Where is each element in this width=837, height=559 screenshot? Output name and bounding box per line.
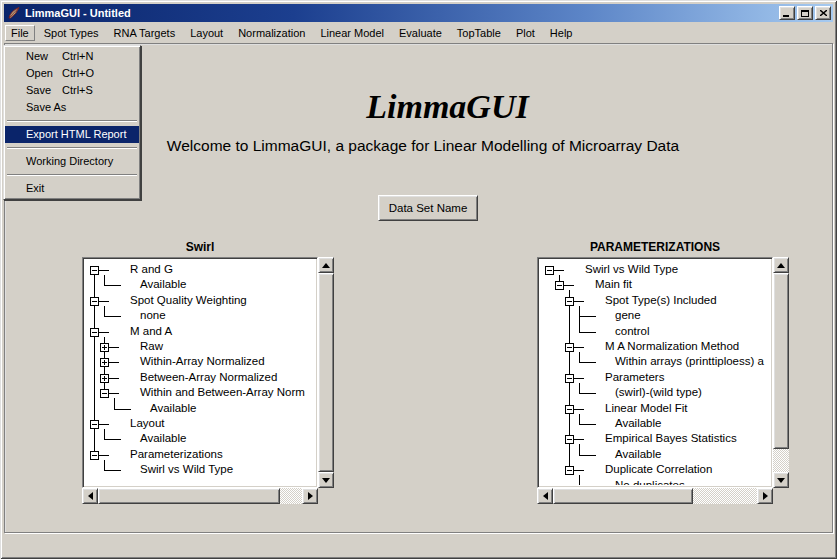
file-dropdown-menu: NewCtrl+NOpenCtrl+OSaveCtrl+SSave AsExpo… — [3, 45, 141, 200]
close-button[interactable] — [815, 6, 831, 20]
horizontal-scrollbar[interactable] — [537, 488, 773, 504]
tree-node-swirl-vs-wild-type[interactable]: Swirl vs Wild Type — [140, 462, 233, 477]
menu-help[interactable]: Help — [544, 25, 579, 41]
tree-connector-line — [105, 439, 121, 440]
menu-item-working-directory[interactable]: Working Directory — [5, 153, 139, 170]
tree-node-available[interactable]: Available — [140, 277, 186, 292]
tree-expand-box[interactable] — [100, 374, 109, 383]
tree-collapse-box[interactable] — [90, 297, 99, 306]
menu-evaluate[interactable]: Evaluate — [393, 25, 448, 41]
tree-node-within-arrays-printtiploess-a[interactable]: Within arrays (printtiploess) a — [615, 354, 764, 369]
tree-collapse-box[interactable] — [565, 435, 574, 444]
tree-node-m-and-a[interactable]: M and A — [130, 324, 172, 339]
tree-expand-box[interactable] — [100, 358, 109, 367]
scrollbar-track[interactable] — [553, 488, 757, 504]
arrow-right-icon — [308, 492, 317, 500]
scrollbar-track[interactable] — [318, 273, 334, 472]
tree-collapse-box[interactable] — [565, 405, 574, 414]
tree-node-layout[interactable]: Layout — [130, 416, 165, 431]
tree-collapse-box[interactable] — [565, 343, 574, 352]
tree-node-between-array-normalized[interactable]: Between-Array Normalized — [140, 370, 277, 385]
tree-node-parameterizations[interactable]: Parameterizations — [130, 447, 223, 462]
tree-collapse-box[interactable] — [565, 374, 574, 383]
menu-item-save[interactable]: SaveCtrl+S — [5, 82, 139, 99]
tree-collapse-box[interactable] — [90, 266, 99, 275]
scrollbar-track[interactable] — [98, 488, 302, 504]
tree-node-parameters[interactable]: Parameters — [605, 370, 664, 385]
tree-node-available[interactable]: Available — [615, 416, 661, 431]
dataset-tree-canvas[interactable]: R and GAvailableSpot Quality Weightingno… — [82, 257, 318, 488]
tree-node-empirical-bayes-statistics[interactable]: Empirical Bayes Statistics — [605, 431, 737, 446]
scrollbar-track[interactable] — [773, 273, 789, 472]
arrow-up-icon — [777, 259, 785, 268]
scroll-left-button[interactable] — [537, 488, 553, 504]
tree-node-r-and-g[interactable]: R and G — [130, 262, 173, 277]
tree-node-m-a-normalization-method[interactable]: M A Normalization Method — [605, 339, 739, 354]
scrollbar-thumb[interactable] — [318, 273, 334, 472]
tree-node-spot-type-s-included[interactable]: Spot Type(s) Included — [605, 293, 717, 308]
tree-collapse-box[interactable] — [100, 389, 109, 398]
maximize-button[interactable] — [797, 6, 813, 20]
tree-collapse-box[interactable] — [555, 281, 564, 290]
tree-collapse-box[interactable] — [90, 328, 99, 337]
tree-node-available[interactable]: Available — [150, 401, 196, 416]
tree-node-available[interactable]: Available — [615, 447, 661, 462]
tree-node-within-array-normalized[interactable]: Within-Array Normalized — [140, 354, 265, 369]
tree-node-gene[interactable]: gene — [615, 308, 641, 323]
tree-node-swirl-vs-wild-type[interactable]: Swirl vs Wild Type — [585, 262, 678, 277]
menu-plot[interactable]: Plot — [510, 25, 541, 41]
parameterizations-tree-canvas[interactable]: Swirl vs Wild TypeMain fitSpot Type(s) I… — [537, 257, 773, 488]
tree-node-no-duplicates[interactable]: No duplicates — [615, 478, 685, 486]
menu-item-export-html-report[interactable]: Export HTML Report — [5, 126, 139, 143]
menu-normalization[interactable]: Normalization — [232, 25, 311, 41]
scroll-left-button[interactable] — [82, 488, 98, 504]
data-set-name-button[interactable]: Data Set Name — [378, 195, 478, 221]
menu-item-open[interactable]: OpenCtrl+O — [5, 65, 139, 82]
menu-separator — [7, 174, 137, 176]
scroll-down-button[interactable] — [318, 472, 334, 488]
scrollbar-thumb[interactable] — [773, 273, 789, 449]
tree-connector-line — [580, 332, 596, 333]
tree-collapse-box[interactable] — [545, 266, 554, 275]
tree-node-spot-quality-weighting[interactable]: Spot Quality Weighting — [130, 293, 247, 308]
scrollbar-thumb[interactable] — [98, 488, 280, 504]
scroll-right-button[interactable] — [757, 488, 773, 504]
scroll-up-button[interactable] — [773, 257, 789, 273]
tree-collapse-box[interactable] — [565, 466, 574, 475]
vertical-scrollbar[interactable] — [773, 257, 789, 488]
title-bar[interactable]: LimmaGUI - Untitled — [4, 4, 833, 22]
scroll-down-button[interactable] — [773, 472, 789, 488]
menu-layout[interactable]: Layout — [184, 25, 229, 41]
menu-bar: FileSpot TypesRNA TargetsLayoutNormaliza… — [4, 22, 833, 43]
tree-expand-box[interactable] — [100, 343, 109, 352]
scroll-up-button[interactable] — [318, 257, 334, 273]
tree-node-none[interactable]: none — [140, 308, 166, 323]
minimize-button[interactable] — [779, 6, 795, 20]
menu-item-exit[interactable]: Exit — [5, 180, 139, 197]
tree-node-linear-model-fit[interactable]: Linear Model Fit — [605, 401, 687, 416]
scrollbar-thumb[interactable] — [553, 488, 693, 504]
scroll-right-button[interactable] — [302, 488, 318, 504]
tree-collapse-box[interactable] — [90, 451, 99, 460]
tree-collapse-box[interactable] — [565, 297, 574, 306]
menu-item-accelerator: Ctrl+N — [62, 48, 93, 65]
menu-file[interactable]: File — [5, 25, 35, 41]
arrow-up-icon — [322, 259, 330, 268]
menu-toptable[interactable]: TopTable — [451, 25, 507, 41]
tk-feather-icon — [6, 6, 22, 20]
vertical-scrollbar[interactable] — [318, 257, 334, 488]
menu-rna-targets[interactable]: RNA Targets — [108, 25, 182, 41]
tree-node-main-fit[interactable]: Main fit — [595, 277, 632, 292]
menu-spot-types[interactable]: Spot Types — [38, 25, 105, 41]
tree-node-control[interactable]: control — [615, 324, 650, 339]
tree-node-within-and-between-array-norm[interactable]: Within and Between-Array Norm — [140, 385, 305, 400]
menu-item-save-as[interactable]: Save As — [5, 99, 139, 116]
menu-linear-model[interactable]: Linear Model — [314, 25, 390, 41]
horizontal-scrollbar[interactable] — [82, 488, 318, 504]
tree-node-duplicate-correlation[interactable]: Duplicate Correlation — [605, 462, 712, 477]
tree-node-available[interactable]: Available — [140, 431, 186, 446]
tree-node-raw[interactable]: Raw — [140, 339, 163, 354]
menu-item-new[interactable]: NewCtrl+N — [5, 48, 139, 65]
tree-node-swirl-wild-type[interactable]: (swirl)-(wild type) — [615, 385, 702, 400]
tree-collapse-box[interactable] — [90, 420, 99, 429]
